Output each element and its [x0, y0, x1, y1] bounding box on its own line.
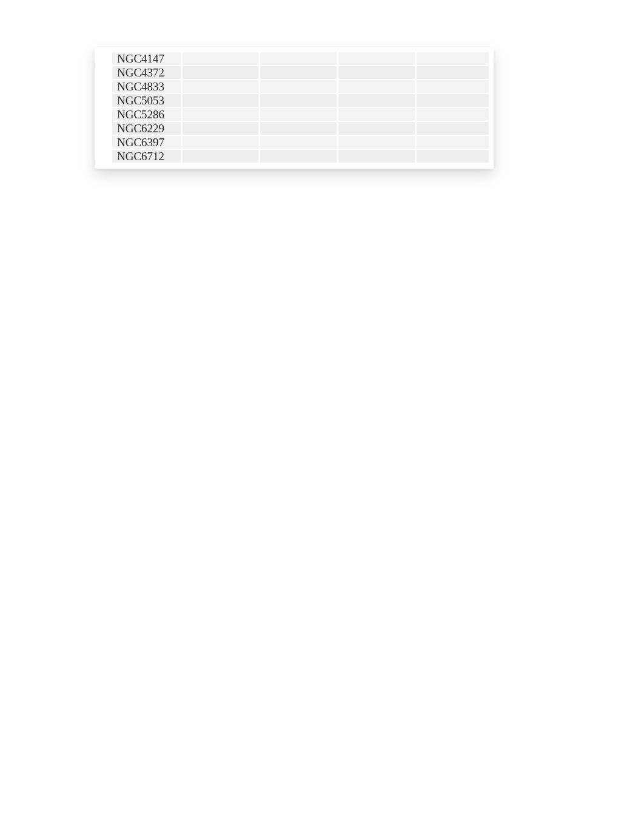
table-row: NGC6229 [99, 122, 489, 135]
empty-cell [417, 108, 489, 121]
empty-cell [260, 150, 337, 163]
table-row: NGC5053 [99, 94, 489, 107]
empty-cell [260, 108, 337, 121]
table-row: NGC4833 [99, 80, 489, 93]
row-marker [99, 122, 111, 135]
empty-cell [338, 136, 415, 149]
empty-cell [260, 94, 337, 107]
empty-cell [417, 80, 489, 93]
row-marker [99, 80, 111, 93]
empty-cell [417, 66, 489, 79]
empty-cell [260, 136, 337, 149]
row-marker [99, 66, 111, 79]
row-marker [99, 150, 111, 163]
empty-cell [260, 66, 337, 79]
empty-cell [260, 80, 337, 93]
object-name-cell: NGC5053 [112, 94, 181, 107]
object-name-cell: NGC4147 [112, 52, 181, 65]
empty-cell [183, 94, 260, 107]
empty-cell [417, 52, 489, 65]
data-table: NGC4147 NGC4372 NGC4833 [98, 51, 490, 164]
empty-cell [338, 122, 415, 135]
empty-cell [183, 150, 260, 163]
empty-cell [260, 122, 337, 135]
table-row: NGC6397 [99, 136, 489, 149]
empty-cell [338, 52, 415, 65]
empty-cell [417, 136, 489, 149]
empty-cell [417, 122, 489, 135]
empty-cell [338, 108, 415, 121]
table-row: NGC5286 [99, 108, 489, 121]
object-name-cell: NGC6397 [112, 136, 181, 149]
object-name-cell: NGC5286 [112, 108, 181, 121]
empty-cell [183, 66, 260, 79]
row-marker [99, 52, 111, 65]
empty-cell [338, 66, 415, 79]
object-name-cell: NGC4833 [112, 80, 181, 93]
empty-cell [183, 108, 260, 121]
empty-cell [183, 122, 260, 135]
empty-cell [338, 94, 415, 107]
row-marker [99, 108, 111, 121]
empty-cell [417, 150, 489, 163]
empty-cell [183, 136, 260, 149]
empty-cell [260, 52, 337, 65]
table-row: NGC4372 [99, 66, 489, 79]
object-name-cell: NGC6229 [112, 122, 181, 135]
empty-cell [183, 52, 260, 65]
empty-cell [338, 80, 415, 93]
row-marker [99, 94, 111, 107]
empty-cell [417, 94, 489, 107]
empty-cell [183, 80, 260, 93]
table-row: NGC4147 [99, 52, 489, 65]
object-name-cell: NGC4372 [112, 66, 181, 79]
row-marker [99, 136, 111, 149]
object-name-cell: NGC6712 [112, 150, 181, 163]
table-row: NGC6712 [99, 150, 489, 163]
data-table-container: NGC4147 NGC4372 NGC4833 [95, 47, 494, 169]
empty-cell [338, 150, 415, 163]
